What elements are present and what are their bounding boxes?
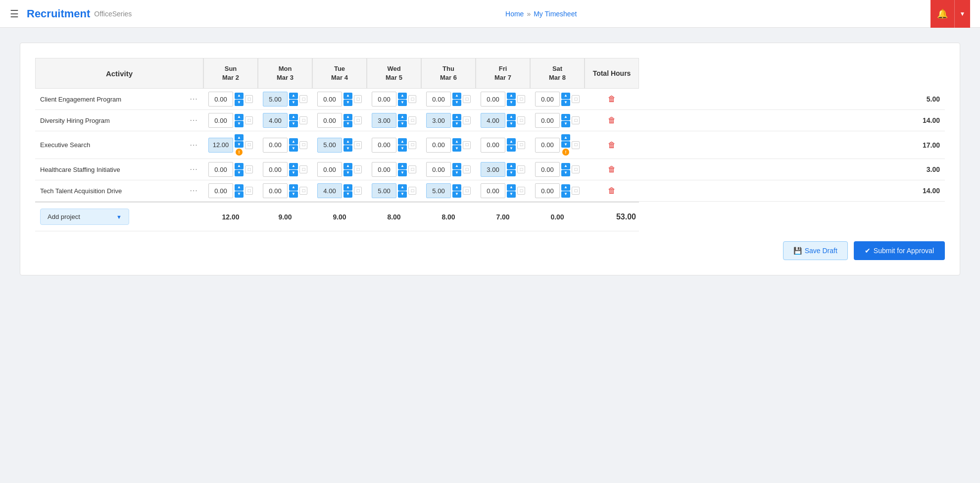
hour-input-r0-d4[interactable] <box>426 92 451 107</box>
note-icon-r2-d6[interactable]: ☐ <box>572 141 580 149</box>
hour-input-r0-d2[interactable] <box>317 92 342 107</box>
spinner-down-r3-d2[interactable]: ▼ <box>343 170 352 176</box>
activity-options-button[interactable]: ··· <box>184 180 203 202</box>
hour-input-r1-d3[interactable] <box>372 113 396 128</box>
hour-input-r0-d0[interactable] <box>208 92 233 107</box>
delete-row-button-1[interactable]: 🗑 <box>606 116 618 125</box>
spinner-down-r3-d1[interactable]: ▼ <box>289 170 298 176</box>
spinner-down-r0-d4[interactable]: ▼ <box>452 100 461 106</box>
spinner-up-r0-d1[interactable]: ▲ <box>289 93 298 99</box>
hour-input-r4-d0[interactable] <box>208 183 233 198</box>
hour-input-r2-d2[interactable] <box>317 138 342 153</box>
spinner-up-r1-d5[interactable]: ▲ <box>507 114 516 120</box>
spinner-down-r4-d2[interactable]: ▼ <box>343 191 352 198</box>
activity-options-button[interactable]: ··· <box>184 110 203 131</box>
user-dropdown-button[interactable]: ▼ <box>954 0 970 28</box>
hour-input-r1-d1[interactable] <box>263 113 288 128</box>
spinner-up-r4-d4[interactable]: ▲ <box>452 184 461 191</box>
hour-input-r4-d4[interactable] <box>426 183 451 198</box>
hour-input-r2-d3[interactable] <box>372 138 396 153</box>
spinner-up-r3-d2[interactable]: ▲ <box>343 163 352 169</box>
spinner-up-r0-d2[interactable]: ▲ <box>343 93 352 99</box>
spinner-up-r3-d4[interactable]: ▲ <box>452 163 461 169</box>
hour-input-r3-d3[interactable] <box>372 162 396 177</box>
spinner-up-r3-d0[interactable]: ▲ <box>235 163 244 169</box>
spinner-up-r2-d0[interactable]: ▲ <box>235 134 244 141</box>
spinner-up-r3-d6[interactable]: ▲ <box>561 163 570 169</box>
hour-input-r1-d6[interactable] <box>535 113 560 128</box>
hour-input-r1-d0[interactable] <box>208 113 233 128</box>
note-icon-r3-d3[interactable]: ☐ <box>408 165 416 173</box>
spinner-down-r0-d3[interactable]: ▼ <box>398 100 407 106</box>
spinner-up-r1-d2[interactable]: ▲ <box>343 114 352 120</box>
spinner-up-r4-d0[interactable]: ▲ <box>235 184 244 191</box>
spinner-up-r3-d1[interactable]: ▲ <box>289 163 298 169</box>
note-icon-r3-d1[interactable]: ☐ <box>299 165 307 173</box>
spinner-down-r0-d1[interactable]: ▼ <box>289 100 298 106</box>
spinner-down-r0-d6[interactable]: ▼ <box>561 100 570 106</box>
note-icon-r0-d2[interactable]: ☐ <box>354 95 362 103</box>
spinner-up-r0-d0[interactable]: ▲ <box>235 93 244 99</box>
spinner-down-r3-d0[interactable]: ▼ <box>235 170 244 176</box>
spinner-up-r1-d6[interactable]: ▲ <box>561 114 570 120</box>
spinner-down-r3-d4[interactable]: ▼ <box>452 170 461 176</box>
spinner-up-r2-d5[interactable]: ▲ <box>507 138 516 145</box>
note-icon-r0-d1[interactable]: ☐ <box>299 95 307 103</box>
spinner-down-r1-d0[interactable]: ▼ <box>235 121 244 127</box>
activity-options-button[interactable]: ··· <box>184 159 203 180</box>
hour-input-r0-d5[interactable] <box>481 92 505 107</box>
spinner-up-r0-d6[interactable]: ▲ <box>561 93 570 99</box>
note-icon-r1-d6[interactable]: ☐ <box>572 116 580 124</box>
spinner-down-r1-d6[interactable]: ▼ <box>561 121 570 127</box>
note-icon-r4-d2[interactable]: ☐ <box>354 187 362 195</box>
spinner-up-r4-d5[interactable]: ▲ <box>507 184 516 191</box>
spinner-down-r1-d3[interactable]: ▼ <box>398 121 407 127</box>
spinner-up-r1-d1[interactable]: ▲ <box>289 114 298 120</box>
spinner-down-r3-d6[interactable]: ▼ <box>561 170 570 176</box>
spinner-down-r4-d0[interactable]: ▼ <box>235 191 244 198</box>
spinner-down-r3-d5[interactable]: ▼ <box>507 170 516 176</box>
spinner-down-r4-d6[interactable]: ▼ <box>561 191 570 198</box>
hour-input-r2-d0[interactable] <box>208 138 233 153</box>
spinner-down-r2-d2[interactable]: ▼ <box>343 145 352 152</box>
add-project-button[interactable]: Add project ▼ <box>40 209 129 225</box>
delete-row-button-0[interactable]: 🗑 <box>606 95 618 104</box>
hour-input-r0-d3[interactable] <box>372 92 396 107</box>
note-icon-r3-d6[interactable]: ☐ <box>572 165 580 173</box>
spinner-down-r3-d3[interactable]: ▼ <box>398 170 407 176</box>
note-icon-r4-d1[interactable]: ☐ <box>299 187 307 195</box>
note-icon-r2-d3[interactable]: ☐ <box>408 141 416 149</box>
note-icon-r2-d2[interactable]: ☐ <box>354 141 362 149</box>
spinner-down-r4-d4[interactable]: ▼ <box>452 191 461 198</box>
note-icon-r0-d0[interactable]: ☐ <box>245 95 253 103</box>
hour-input-r2-d1[interactable] <box>263 138 288 153</box>
spinner-down-r2-d4[interactable]: ▼ <box>452 145 461 152</box>
hour-input-r1-d2[interactable] <box>317 113 342 128</box>
note-icon-r3-d0[interactable]: ☐ <box>245 165 253 173</box>
hour-input-r0-d1[interactable] <box>263 92 288 107</box>
spinner-up-r4-d1[interactable]: ▲ <box>289 184 298 191</box>
spinner-up-r3-d3[interactable]: ▲ <box>398 163 407 169</box>
hour-input-r2-d4[interactable] <box>426 138 451 153</box>
spinner-down-r4-d1[interactable]: ▼ <box>289 191 298 198</box>
nav-home-link[interactable]: Home <box>505 10 524 18</box>
hour-input-r4-d2[interactable] <box>317 183 342 198</box>
spinner-up-r1-d3[interactable]: ▲ <box>398 114 407 120</box>
note-icon-r3-d5[interactable]: ☐ <box>517 165 525 173</box>
note-icon-r3-d4[interactable]: ☐ <box>463 165 471 173</box>
delete-row-button-4[interactable]: 🗑 <box>606 186 618 195</box>
note-icon-r4-d0[interactable]: ☐ <box>245 187 253 195</box>
hour-input-r3-d1[interactable] <box>263 162 288 177</box>
note-icon-r0-d6[interactable]: ☐ <box>572 95 580 103</box>
hamburger-icon[interactable]: ☰ <box>10 8 19 20</box>
hour-input-r4-d5[interactable] <box>481 183 505 198</box>
spinner-down-r1-d1[interactable]: ▼ <box>289 121 298 127</box>
note-icon-r2-d1[interactable]: ☐ <box>299 141 307 149</box>
spinner-up-r2-d6[interactable]: ▲ <box>561 134 570 141</box>
hour-input-r3-d2[interactable] <box>317 162 342 177</box>
note-icon-r4-d5[interactable]: ☐ <box>517 187 525 195</box>
spinner-up-r4-d6[interactable]: ▲ <box>561 184 570 191</box>
spinner-down-r1-d4[interactable]: ▼ <box>452 121 461 127</box>
spinner-up-r2-d2[interactable]: ▲ <box>343 138 352 145</box>
spinner-down-r0-d0[interactable]: ▼ <box>235 100 244 106</box>
